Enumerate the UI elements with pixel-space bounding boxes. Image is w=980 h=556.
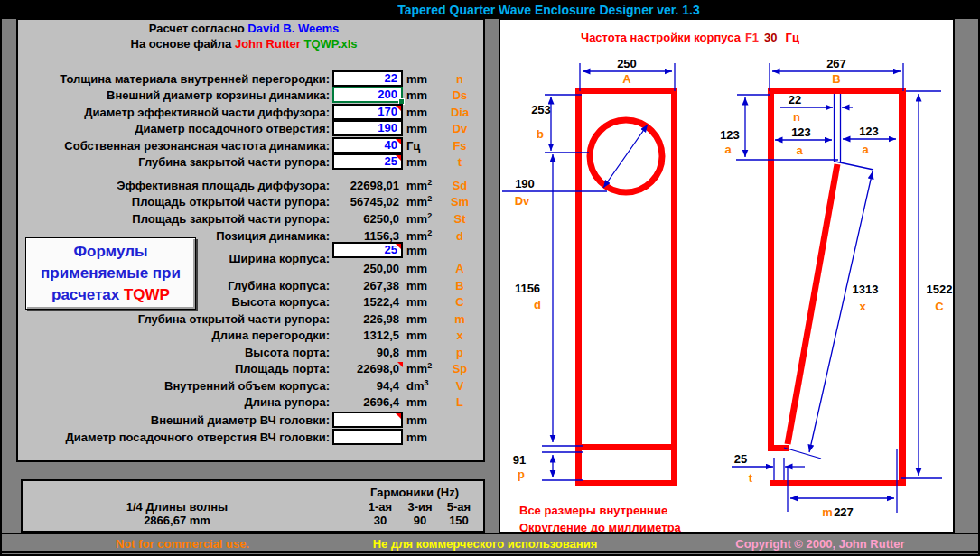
- status-not-commercial-ru: Не для коммерческого использования: [350, 535, 621, 552]
- row-unit: mm: [406, 395, 427, 409]
- spec-row: Высота порта: 90,8 mm p: [18, 344, 483, 361]
- side-c-symbol: C: [935, 300, 944, 313]
- side-a-right-value: 123: [859, 125, 879, 138]
- spec-row: Диаметр посадочного отверстия: 190 mm Dv: [18, 120, 483, 137]
- row-value-cell[interactable]: 25: [332, 242, 403, 258]
- row-label: Площадь открытой части рупора:: [25, 195, 330, 208]
- harmonics-panel: Гармоники (Hz) 1/4 Длины волны 2866,67 m…: [21, 479, 485, 533]
- header-calc-prefix: Расчет согласно: [149, 22, 248, 35]
- row-value-cell[interactable]: 170: [332, 104, 403, 120]
- row-label: Глубина открытой части рупора:: [25, 312, 330, 326]
- side-a-mid-symbol: a: [796, 144, 803, 157]
- row-unit: mm: [406, 295, 427, 309]
- row-label: Диаметр посадочного отверстия:: [25, 122, 330, 135]
- side-x-symbol: x: [859, 300, 866, 313]
- front-b-symbol: b: [537, 127, 544, 141]
- row-label: Длина рупора:: [25, 395, 330, 409]
- tuning-f-unit: Гц: [786, 31, 799, 44]
- row-value-cell[interactable]: 40: [332, 137, 403, 153]
- row-value-cell: 1312,5: [332, 329, 403, 343]
- harmonic-col-5: 5-ая: [432, 500, 486, 514]
- spec-row: Толщина материала внутренней перегородки…: [18, 70, 483, 88]
- spec-row: Диаметр эффективной части диффузора: 170…: [18, 104, 483, 121]
- side-a-right-symbol: a: [862, 143, 869, 156]
- row-unit: Гц: [406, 139, 420, 153]
- formulas-link-button[interactable]: Формулы применяемые при расчетах TQWP: [25, 237, 196, 310]
- row-value-cell[interactable]: 190: [332, 120, 403, 136]
- row-value-cell[interactable]: [332, 412, 403, 428]
- note-internal-dimensions: Все размеры внутренние: [519, 504, 667, 517]
- row-symbol: m: [441, 312, 479, 326]
- row-label: Внешний диаметр корзины динамика:: [25, 88, 330, 102]
- row-symbol: Sp: [441, 362, 479, 375]
- quarter-wave-value: 2866,67 mm: [87, 514, 267, 527]
- row-label: Площадь порта:: [25, 362, 330, 375]
- header-author: David B. Weems: [247, 22, 339, 35]
- side-bottom-panel: [770, 480, 905, 486]
- row-value-cell[interactable]: 200: [332, 87, 403, 103]
- formulas-line-1: Формулы: [26, 241, 195, 263]
- row-unit: mm: [406, 106, 427, 119]
- side-a-mid-value: 123: [791, 125, 811, 139]
- spec-row: Длина рупора: 2696,4 mm L: [18, 394, 483, 411]
- side-t-value: 25: [734, 452, 747, 466]
- row-symbol: B: [441, 279, 479, 292]
- header-line-2: На основе файла John Rutter TQWP.xls: [18, 37, 470, 51]
- row-symbol: L: [441, 395, 479, 409]
- row-unit: mm: [406, 72, 427, 86]
- row-value-cell: 1522,4: [332, 295, 403, 310]
- row-label: Внутренний объем корпуса:: [25, 379, 330, 393]
- row-symbol: n: [441, 72, 479, 86]
- front-d-symbol: d: [534, 298, 541, 311]
- row-symbol: St: [441, 212, 479, 226]
- harmonics-header: Гармоники (Hz): [324, 486, 505, 499]
- row-value-cell[interactable]: 25: [332, 153, 403, 170]
- row-value-cell: 22698,01: [332, 179, 403, 193]
- row-value-cell: 56745,02: [332, 195, 403, 209]
- spec-row: Диаметр посадочного отверстия ВЧ головки…: [18, 429, 483, 446]
- row-unit: mm: [406, 413, 427, 427]
- row-symbol: Ds: [441, 88, 479, 102]
- row-symbol: C: [441, 295, 479, 309]
- row-label: Площадь закрытой части рупора:: [25, 212, 330, 226]
- tuning-f-label: F1: [745, 31, 759, 44]
- header-file-prefix: На основе файла: [131, 37, 235, 51]
- row-symbol: d: [441, 229, 479, 243]
- side-view: 267 B 22 n 123 a 123 a 123 a: [720, 57, 952, 519]
- row-value-cell[interactable]: 22: [332, 70, 403, 87]
- front-b-value: 253: [531, 103, 551, 116]
- row-value-cell[interactable]: [332, 429, 403, 445]
- row-label: Внешний диаметр ВЧ головки:: [25, 413, 330, 427]
- side-a-left-value: 123: [720, 128, 740, 142]
- formulas-line-2: применяемые при: [26, 263, 195, 284]
- row-unit: mm: [406, 431, 427, 444]
- side-m-symbol: m: [822, 505, 833, 519]
- front-left-wall: [575, 88, 582, 486]
- row-unit: mm: [406, 88, 427, 102]
- row-symbol: Sd: [441, 179, 479, 192]
- spec-row: Длина перегородки: 1312,5 mm x: [18, 327, 483, 344]
- side-c-value: 1522: [927, 283, 953, 296]
- front-p-value: 91: [513, 453, 526, 467]
- row-symbol: p: [441, 346, 479, 359]
- row-unit: dm3: [406, 379, 429, 393]
- row-symbol: Sm: [441, 195, 479, 208]
- front-top-panel: [575, 88, 677, 94]
- row-symbol: x: [441, 329, 479, 342]
- formulas-accent: TQWP: [124, 286, 170, 303]
- formulas-line-3: расчетах TQWP: [26, 284, 195, 306]
- row-unit: mm2: [406, 212, 432, 226]
- enclosure-diagram: Частота настройки корпусаF130Гц 250 A: [500, 20, 953, 532]
- row-symbol: Dv: [441, 122, 479, 135]
- harmonic-value-5: 150: [432, 514, 486, 527]
- title-bar: Tapered Quarter Wave Enclosure Designer …: [2, 2, 978, 19]
- side-width-value: 267: [826, 57, 846, 70]
- quarter-wave-label: 1/4 Длины волны: [87, 500, 267, 514]
- row-label: Диаметр эффективной части диффузора:: [25, 106, 330, 119]
- side-x-value: 1313: [853, 283, 879, 296]
- row-unit: mm: [406, 122, 427, 135]
- row-unit: mm2: [406, 179, 432, 192]
- status-copyright: Copyright © 2000, John Rutter: [685, 535, 956, 552]
- tuning-title-text: Частота настройки корпуса: [581, 31, 742, 44]
- row-unit: mm: [406, 244, 427, 257]
